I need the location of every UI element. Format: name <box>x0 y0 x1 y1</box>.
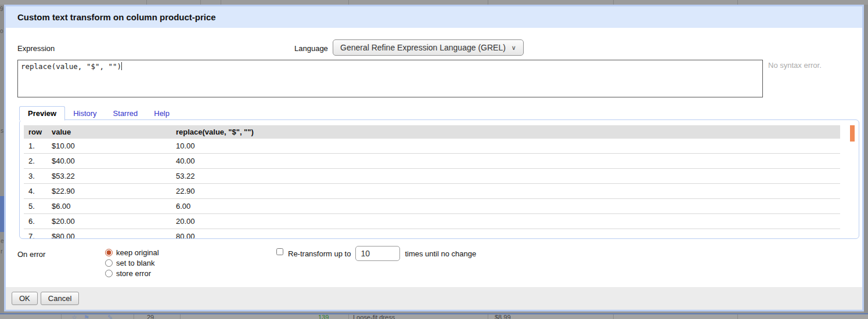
preview-table-header: row value replace(value, "$", "") <box>24 125 840 139</box>
table-row: 5. $6.00 6.00 <box>24 199 840 214</box>
row-value: $22.90 <box>47 184 171 199</box>
tab-history[interactable]: History <box>65 107 105 120</box>
retransform-row: Re-transform up to times until no change <box>276 246 476 261</box>
retransform-suffix-label: times until no change <box>405 249 476 258</box>
product-price-cell: $8.99 <box>495 314 511 319</box>
row-value: $53.22 <box>47 169 171 184</box>
radio-keep-original[interactable]: keep original <box>105 248 159 257</box>
col-row: row <box>24 125 47 139</box>
row-number: 5. <box>24 199 47 214</box>
row-star-flag-icons: ☆ ⚑ <box>71 314 92 319</box>
row-value: $20.00 <box>47 214 171 229</box>
row-edit-icon: ✎ <box>107 314 115 319</box>
background-grid-row: ☆ ⚑ ✎ 29. 139 Loose-fit dress $8.99 <box>0 313 868 319</box>
row-number: 1. <box>24 139 47 154</box>
row-value: $10.00 <box>47 139 171 154</box>
col-value: value <box>47 125 171 139</box>
row-result: 80.00 <box>171 229 840 240</box>
ok-button[interactable]: OK <box>12 292 38 305</box>
on-error-options: keep original set to blank store error <box>105 248 159 278</box>
cancel-button[interactable]: Cancel <box>41 292 79 305</box>
background-grid-top <box>0 0 868 5</box>
radio-keep-original-label: keep original <box>116 248 159 257</box>
table-row: 6. $20.00 20.00 <box>24 214 840 229</box>
tab-bar: Preview History Starred Help <box>19 106 178 120</box>
row-number: 2. <box>24 154 47 169</box>
record-id: 139 <box>318 314 329 319</box>
row-number: 6. <box>24 214 47 229</box>
table-row: 7. $80.00 80.00 <box>24 229 840 240</box>
background-selected-row <box>0 196 4 232</box>
row-result: 53.22 <box>171 169 840 184</box>
radio-set-to-blank[interactable]: set to blank <box>105 259 159 267</box>
custom-text-transform-dialog: Custom text transform on column product-… <box>4 5 864 311</box>
row-result: 10.00 <box>171 139 840 154</box>
retransform-checkbox[interactable] <box>276 248 283 255</box>
expression-label: Expression <box>17 44 55 53</box>
expression-input[interactable]: replace(value, "$", "") <box>17 60 763 97</box>
product-name-cell: Loose-fit dress <box>353 314 395 319</box>
text-caret <box>121 62 122 70</box>
dialog-title: Custom text transform on column product-… <box>6 6 862 28</box>
chevron-down-icon: ∨ <box>512 44 516 52</box>
syntax-status: No syntax error. <box>768 61 822 70</box>
tab-preview[interactable]: Preview <box>19 106 65 121</box>
scrollbar-thumb[interactable] <box>850 125 855 142</box>
radio-keep-original-input[interactable] <box>105 249 113 256</box>
col-result: replace(value, "$", "") <box>171 125 840 139</box>
radio-set-to-blank-input[interactable] <box>105 259 113 267</box>
row-number: 7. <box>24 229 47 240</box>
preview-panel: row value replace(value, "$", "") 1. $10… <box>19 119 859 239</box>
tab-starred[interactable]: Starred <box>105 107 146 120</box>
dialog-footer: OK Cancel <box>6 287 862 310</box>
row-number: 4. <box>24 184 47 199</box>
preview-table: row value replace(value, "$", "") 1. $10… <box>24 125 840 239</box>
table-row: 3. $53.22 53.22 <box>24 169 840 184</box>
row-value: $40.00 <box>47 154 171 169</box>
table-row: 1. $10.00 10.00 <box>24 139 840 154</box>
row-value: $80.00 <box>47 229 171 240</box>
retransform-times-input[interactable] <box>355 246 400 261</box>
tab-help[interactable]: Help <box>146 107 178 120</box>
background-page-left: 9 o s e r <box>0 5 4 319</box>
row-result: 40.00 <box>171 154 840 169</box>
row-value: $6.00 <box>47 199 171 214</box>
row-result: 6.00 <box>171 199 840 214</box>
expression-text: replace(value, "$", "") <box>21 62 121 71</box>
language-select-value: General Refine Expression Language (GREL… <box>340 43 506 52</box>
table-row: 2. $40.00 40.00 <box>24 154 840 169</box>
radio-store-error-input[interactable] <box>105 270 113 277</box>
row-result: 22.90 <box>171 184 840 199</box>
radio-store-error[interactable]: store error <box>105 269 159 278</box>
language-label: Language <box>294 44 328 53</box>
retransform-prefix-label: Re-transform up to <box>288 249 351 258</box>
row-index: 29. <box>147 314 156 319</box>
background-page-right <box>864 5 868 319</box>
radio-store-error-label: store error <box>116 269 151 278</box>
row-result: 20.00 <box>171 214 840 229</box>
language-select[interactable]: General Refine Expression Language (GREL… <box>333 39 524 56</box>
radio-set-to-blank-label: set to blank <box>116 259 155 267</box>
row-number: 3. <box>24 169 47 184</box>
on-error-label: On error <box>17 250 45 259</box>
table-row: 4. $22.90 22.90 <box>24 184 840 199</box>
